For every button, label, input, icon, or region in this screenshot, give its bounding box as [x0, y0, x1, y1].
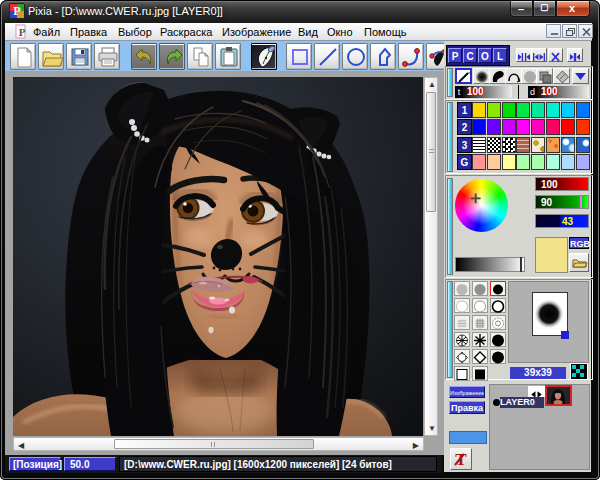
svg-text:T: T	[455, 450, 467, 469]
svg-text:P: P	[19, 26, 26, 38]
svg-text:P: P	[13, 4, 20, 18]
